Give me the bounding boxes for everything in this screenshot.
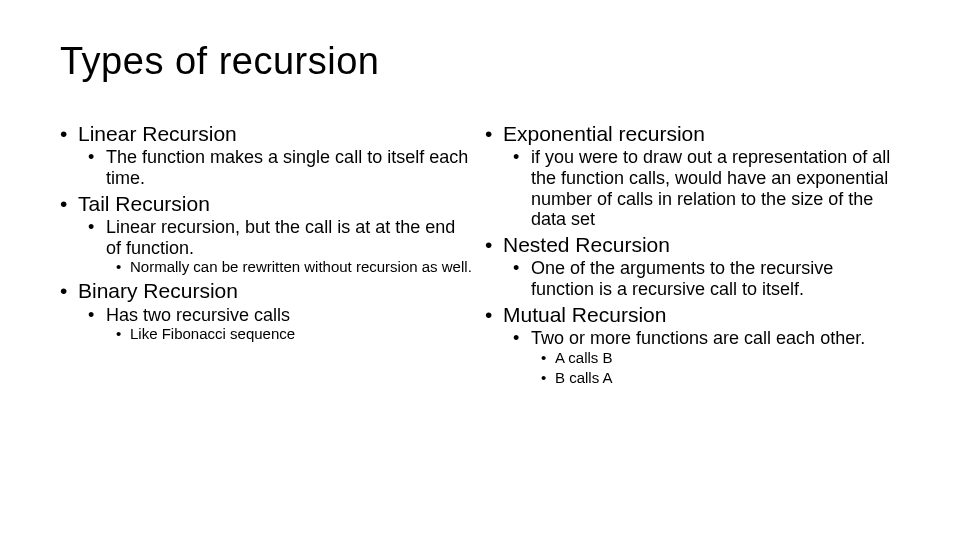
item-label: Exponential recursion [503, 122, 705, 145]
left-column: Linear Recursion The function makes a si… [60, 121, 475, 389]
slide-root: Types of recursion Linear Recursion The … [0, 0, 960, 540]
item-label: if you were to draw out a representation… [531, 147, 890, 229]
list-item: Binary Recursion Has two recursive calls… [60, 278, 475, 343]
left-list: Linear Recursion The function makes a si… [60, 121, 475, 343]
item-label: B calls A [555, 369, 613, 386]
list-item: if you were to draw out a representation… [513, 147, 900, 230]
item-label: Linear recursion, but the call is at at … [106, 217, 455, 258]
right-column: Exponential recursion if you were to dra… [485, 121, 900, 389]
right-list: Exponential recursion if you were to dra… [485, 121, 900, 387]
content-columns: Linear Recursion The function makes a si… [60, 121, 900, 389]
item-label: Has two recursive calls [106, 305, 290, 325]
list-item: Linear Recursion The function makes a si… [60, 121, 475, 189]
list-item: Tail Recursion Linear recursion, but the… [60, 191, 475, 277]
list-item: Linear recursion, but the call is at at … [88, 217, 475, 276]
list-item: One of the arguments to the recursive fu… [513, 258, 900, 299]
list-item: Has two recursive calls Like Fibonacci s… [88, 305, 475, 344]
list-item: Two or more functions are call each othe… [513, 328, 900, 387]
item-label: The function makes a single call to itse… [106, 147, 468, 188]
item-label: Mutual Recursion [503, 303, 666, 326]
list-item: Exponential recursion if you were to dra… [485, 121, 900, 230]
list-item: Nested Recursion One of the arguments to… [485, 232, 900, 300]
item-label: A calls B [555, 349, 613, 366]
list-item: The function makes a single call to itse… [88, 147, 475, 188]
item-label: Linear Recursion [78, 122, 237, 145]
item-label: Like Fibonacci sequence [130, 325, 295, 342]
list-item: A calls B [541, 349, 900, 367]
item-label: One of the arguments to the recursive fu… [531, 258, 833, 299]
item-label: Binary Recursion [78, 279, 238, 302]
list-item: Mutual Recursion Two or more functions a… [485, 302, 900, 387]
item-label: Nested Recursion [503, 233, 670, 256]
slide-title: Types of recursion [60, 40, 900, 83]
item-label: Normally can be rewritten without recurs… [130, 258, 472, 275]
item-label: Tail Recursion [78, 192, 210, 215]
list-item: B calls A [541, 369, 900, 387]
list-item: Like Fibonacci sequence [116, 325, 475, 343]
list-item: Normally can be rewritten without recurs… [116, 258, 475, 276]
item-label: Two or more functions are call each othe… [531, 328, 865, 348]
